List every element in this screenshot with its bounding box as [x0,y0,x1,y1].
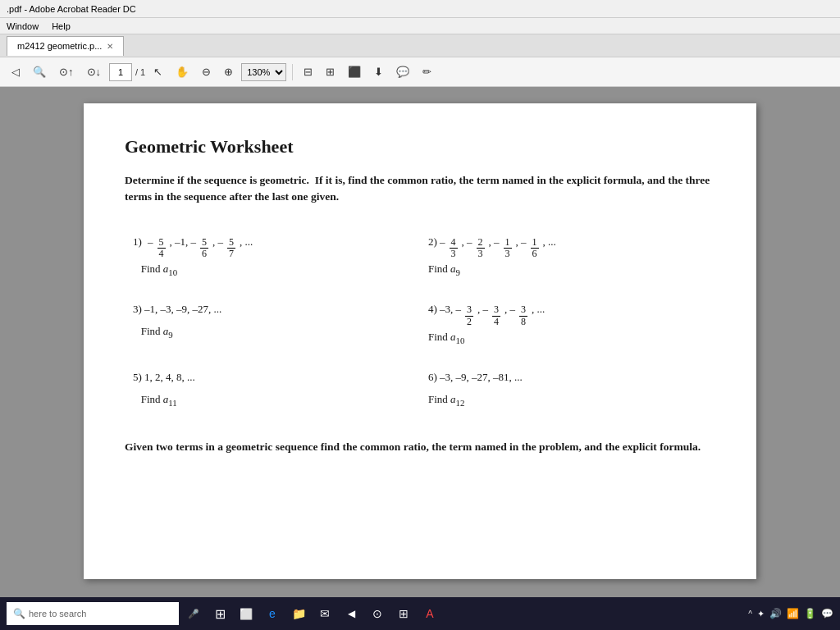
back-button[interactable]: ◁ [7,62,25,83]
prob2-number: 2) – [428,231,445,254]
problem-3: 3) –1, –3, –9, –27, ... Find a9 [125,291,420,359]
prob4-frac3: 3 8 [519,304,527,326]
taskbar-notif-icon[interactable]: 💬 [821,608,833,619]
problem-5: 5) 1, 2, 4, 8, ... Find a11 [125,359,420,422]
prob1-sep2: , – [212,231,223,254]
prob3-number: 3) –1, –3, –9, –27, ... [133,298,221,322]
search-button[interactable]: 🔍 [28,62,51,83]
problem-1-line: 1) – 5 4 , –1, – 5 6 , – 5 7 [133,231,412,259]
prob2-frac3: 1 3 [504,237,512,259]
taskbar-search-text[interactable]: here to search [29,609,86,619]
prob4-sep1: , – [477,298,488,322]
edit-button[interactable]: ✏ [418,62,436,83]
zoom-out-button[interactable]: ⊖ [197,62,216,83]
select-tool-button[interactable]: ↖ [148,62,167,83]
problem-6-line: 6) –3, –9, –27, –81, ... [428,366,707,390]
taskbar-back-icon[interactable]: ◀ [340,602,363,625]
taskbar-speaker-icon[interactable]: 🔊 [769,608,782,619]
prob2-sep3: , – [516,231,527,254]
pdf-page: Geometric Worksheet Determine if the seq… [84,103,756,579]
prob4-frac1: 3 2 [465,304,473,326]
prob1-number: 1) [133,231,144,254]
prob2-find: Find a9 [428,262,707,277]
prob1-sep1: , –1, – [170,231,197,254]
problem-4-line: 4) –3, – 3 2 , – 3 4 , – 3 8 , . [428,298,707,326]
problem-2: 2) – 4 3 , – 2 3 , – 1 3 , – [420,224,715,292]
prob1-dots: , ... [240,231,253,254]
prob4-frac2: 3 4 [492,304,500,326]
prob1-find: Find a10 [133,262,412,277]
prob4-sep2: , – [504,298,515,322]
hand-tool-button[interactable]: ✋ [171,62,194,83]
next-page-button[interactable]: ⊙↓ [82,62,107,83]
taskbar-chrome-icon[interactable]: ⊙ [366,602,389,625]
prob2-frac1: 4 3 [450,237,458,259]
taskbar-task-view[interactable]: ⬜ [235,602,258,625]
prob6-number: 6) –3, –9, –27, –81, ... [428,366,523,390]
menu-item-window[interactable]: Window [7,21,39,31]
prob2-sep1: , – [462,231,472,254]
tab-close-button[interactable]: ✕ [107,42,113,51]
prob2-frac2: 2 3 [477,237,485,259]
prob2-dots: , ... [543,231,556,254]
search-icon: 🔍 [13,608,25,619]
prob5-number: 5) 1, 2, 4, 8, ... [133,366,195,390]
problem-1: 1) – 5 4 , –1, – 5 6 , – 5 7 [125,224,420,292]
taskbar-folder-icon[interactable]: 📁 [287,602,310,625]
problem-4: 4) –3, – 3 2 , – 3 4 , – 3 8 , . [420,291,715,359]
title-bar: .pdf - Adobe Acrobat Reader DC [0,0,840,18]
bottom-text: Given two terms in a geometric sequence … [125,439,715,455]
prob2-frac4: 1 6 [531,237,539,259]
tab-bar: m2412 geometric.p... ✕ [0,34,840,57]
taskbar-mail-icon[interactable]: ✉ [313,602,336,625]
download-button[interactable]: ⬇ [369,62,388,83]
comment-button[interactable]: 💬 [391,62,414,83]
prob2-sep2: , – [489,231,500,254]
prob4-number: 4) –3, – [428,298,461,322]
taskbar-bluetooth-icon: ✦ [757,609,765,619]
toolbar: ◁ 🔍 ⊙↑ ⊙↓ / 1 ↖ ✋ ⊖ ⊕ 130% 100% 75% 50% … [0,57,840,87]
zoom-select[interactable]: 130% 100% 75% 50% [241,63,286,81]
page-total: / 1 [135,67,145,77]
fit-page-button[interactable]: ⊟ [299,62,317,83]
taskbar-right: ^ ✦ 🔊 📶 🔋 💬 [748,608,833,619]
prob4-find: Find a10 [428,331,707,345]
fit-width-button[interactable]: ⊞ [321,62,340,83]
prob1-frac3: 5 7 [227,237,235,259]
content-area: Geometric Worksheet Determine if the seq… [0,87,840,597]
taskbar-edge-icon[interactable]: e [261,602,284,625]
prob4-dots: , ... [532,298,545,322]
taskbar: 🔍 here to search 🎤 ⊞ ⬜ e 📁 ✉ ◀ ⊙ ⊞ A ^ ✦… [0,597,840,630]
prev-page-button[interactable]: ⊙↑ [54,62,79,83]
taskbar-grid-icon[interactable]: ⊞ [392,602,415,625]
problem-3-line: 3) –1, –3, –9, –27, ... [133,298,412,322]
taskbar-battery-icon: 🔋 [804,608,816,619]
taskbar-mic-icon: 🎤 [182,602,205,625]
tab-label: m2412 geometric.p... [17,41,102,51]
taskbar-arrow-icon: ^ [748,609,752,619]
problem-6: 6) –3, –9, –27, –81, ... Find a12 [420,359,715,422]
doc-instructions: Determine if the sequence is geometric. … [125,172,715,206]
prob6-find: Find a12 [428,393,707,408]
menu-item-help[interactable]: Help [52,21,71,31]
title-text: .pdf - Adobe Acrobat Reader DC [7,4,136,14]
zoom-in-button[interactable]: ⊕ [219,62,238,83]
doc-title: Geometric Worksheet [125,136,715,158]
menu-bar: Window Help [0,18,840,34]
separator-1 [292,64,293,80]
problems-grid: 1) – 5 4 , –1, – 5 6 , – 5 7 [125,224,715,422]
prob1-frac2: 5 6 [200,237,208,259]
prob1-neg1: – [148,231,153,254]
active-tab[interactable]: m2412 geometric.p... ✕ [7,36,124,56]
prob3-find: Find a9 [133,325,412,340]
prob5-find: Find a11 [133,393,412,408]
prob1-frac1: 5 4 [158,237,166,259]
rotate-button[interactable]: ⬛ [343,62,366,83]
problem-5-line: 5) 1, 2, 4, 8, ... [133,366,412,390]
problem-2-line: 2) – 4 3 , – 2 3 , – 1 3 , – [428,231,707,259]
taskbar-acrobat-icon[interactable]: A [418,602,441,625]
taskbar-network-icon[interactable]: 📶 [787,608,799,619]
taskbar-start-icon[interactable]: ⊞ [208,602,231,625]
page-number-input[interactable] [109,63,132,81]
